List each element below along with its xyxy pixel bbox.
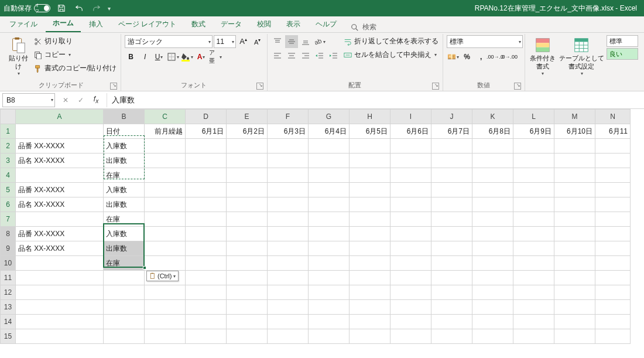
cell-B11[interactable] — [104, 271, 145, 285]
cell-H12[interactable] — [350, 285, 390, 300]
cell-I7[interactable] — [390, 212, 431, 227]
shrink-font-button[interactable]: A▾ — [251, 35, 264, 48]
font-size-select[interactable]: 11▾ — [214, 35, 236, 48]
cell-F13[interactable] — [268, 300, 309, 315]
cell-G9[interactable] — [309, 241, 350, 256]
cell-M14[interactable] — [554, 315, 595, 329]
cell-M5[interactable] — [554, 183, 595, 197]
cell-J3[interactable] — [431, 154, 472, 168]
cell-E1[interactable]: 6月2日 — [227, 124, 268, 139]
col-header-A[interactable]: A — [16, 110, 104, 124]
cell-A10[interactable] — [16, 256, 104, 271]
cell-H2[interactable] — [350, 139, 390, 154]
cell-E7[interactable] — [227, 212, 268, 227]
tab-file[interactable]: ファイル — [2, 16, 44, 32]
cell-L10[interactable] — [513, 256, 554, 271]
cell-C7[interactable] — [145, 212, 186, 227]
cell-C5[interactable] — [145, 183, 186, 197]
cell-M10[interactable] — [554, 256, 595, 271]
format-as-table-button[interactable]: テーブルとして 書式設定▾ — [559, 35, 604, 78]
grow-font-button[interactable]: A▴ — [237, 35, 250, 48]
cell-D14[interactable] — [186, 315, 227, 329]
cell-A14[interactable] — [16, 315, 104, 329]
cell-D7[interactable] — [186, 212, 227, 227]
cell-N7[interactable] — [595, 212, 631, 227]
cell-B4[interactable]: 在庫 — [104, 168, 145, 183]
cell-J2[interactable] — [431, 139, 472, 154]
cell-F11[interactable] — [268, 271, 309, 285]
dialog-launcher-icon[interactable]: ↘ — [432, 83, 439, 90]
row-header-13[interactable]: 13 — [1, 300, 16, 315]
row-header-15[interactable]: 15 — [1, 329, 16, 344]
cell-I15[interactable] — [390, 329, 431, 344]
cell-E9[interactable] — [227, 241, 268, 256]
cell-M9[interactable] — [554, 241, 595, 256]
cell-G3[interactable] — [309, 154, 350, 168]
cell-J7[interactable] — [431, 212, 472, 227]
cell-D9[interactable] — [186, 241, 227, 256]
spreadsheet-grid[interactable]: ABCDEFGHIJKLMN1日付前月繰越6月1日6月2日6月3日6月4日6月5… — [0, 109, 644, 344]
bold-button[interactable]: B — [125, 50, 138, 63]
cell-K12[interactable] — [472, 285, 513, 300]
increase-indent-button[interactable] — [327, 49, 340, 62]
fill-color-button[interactable]: ▾ — [181, 50, 194, 63]
cell-B5[interactable]: 入庫数 — [104, 183, 145, 197]
cell-G8[interactable] — [309, 227, 350, 241]
paste-options-button[interactable]: (Ctrl)▾ — [146, 271, 179, 281]
cell-K13[interactable] — [472, 300, 513, 315]
cell-H15[interactable] — [350, 329, 390, 344]
cell-E10[interactable] — [227, 256, 268, 271]
cell-E11[interactable] — [227, 271, 268, 285]
cell-K15[interactable] — [472, 329, 513, 344]
cell-K8[interactable] — [472, 227, 513, 241]
cell-K11[interactable] — [472, 271, 513, 285]
cell-N3[interactable] — [595, 154, 631, 168]
row-header-6[interactable]: 6 — [1, 197, 16, 212]
cell-N15[interactable] — [595, 329, 631, 344]
cell-style-good[interactable]: 良い — [607, 48, 638, 60]
font-color-button[interactable]: A▾ — [195, 50, 208, 63]
cell-A7[interactable] — [16, 212, 104, 227]
dialog-launcher-icon[interactable]: ↘ — [514, 83, 521, 90]
cell-B15[interactable] — [104, 329, 145, 344]
cell-K7[interactable] — [472, 212, 513, 227]
col-header-D[interactable]: D — [186, 110, 227, 124]
cell-C8[interactable] — [145, 227, 186, 241]
copy-button[interactable]: コピー▾ — [33, 49, 118, 61]
name-box[interactable]: B8▾ — [2, 93, 55, 107]
col-header-C[interactable]: C — [145, 110, 186, 124]
row-header-4[interactable]: 4 — [1, 168, 16, 183]
cell-D15[interactable] — [186, 329, 227, 344]
cell-F4[interactable] — [268, 168, 309, 183]
cell-C3[interactable] — [145, 154, 186, 168]
cell-E4[interactable] — [227, 168, 268, 183]
cell-E6[interactable] — [227, 197, 268, 212]
cell-B9[interactable]: 出庫数 — [104, 241, 145, 256]
cell-I1[interactable]: 6月6日 — [390, 124, 431, 139]
cell-C2[interactable] — [145, 139, 186, 154]
cell-D13[interactable] — [186, 300, 227, 315]
cell-L4[interactable] — [513, 168, 554, 183]
cell-G11[interactable] — [309, 271, 350, 285]
cell-E8[interactable] — [227, 227, 268, 241]
row-header-7[interactable]: 7 — [1, 212, 16, 227]
cell-B12[interactable] — [104, 285, 145, 300]
cancel-formula-button[interactable]: ✕ — [59, 93, 73, 107]
col-header-I[interactable]: I — [390, 110, 431, 124]
col-header-M[interactable]: M — [554, 110, 595, 124]
qat-customize[interactable]: ▾ — [108, 5, 111, 12]
phonetic-button[interactable]: ア亜▾ — [209, 50, 222, 63]
cell-J13[interactable] — [431, 300, 472, 315]
cell-H9[interactable] — [350, 241, 390, 256]
col-header-H[interactable]: H — [350, 110, 390, 124]
cell-D8[interactable] — [186, 227, 227, 241]
cell-F14[interactable] — [268, 315, 309, 329]
cell-F3[interactable] — [268, 154, 309, 168]
cell-N2[interactable] — [595, 139, 631, 154]
cell-L12[interactable] — [513, 285, 554, 300]
tab-home[interactable]: ホーム — [46, 15, 81, 32]
accounting-format-button[interactable]: 💴▾ — [447, 50, 460, 63]
dialog-launcher-icon[interactable]: ↘ — [256, 83, 263, 90]
cell-C12[interactable] — [145, 285, 186, 300]
cell-A5[interactable]: 品番 XX-XXXX — [16, 183, 104, 197]
